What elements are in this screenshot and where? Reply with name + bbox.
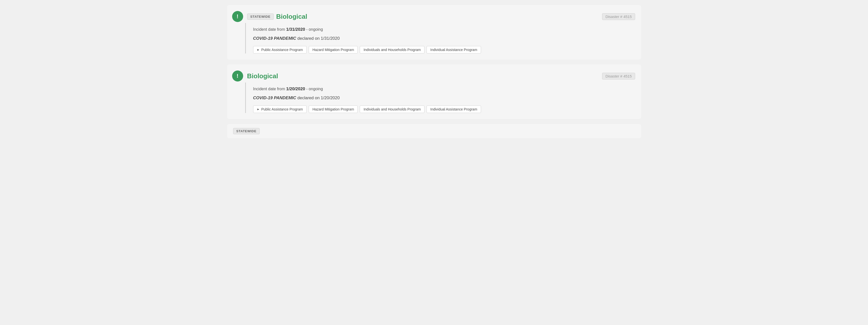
event-name-2: COVID-19 PANDEMIC declared on 1/20/2020 — [253, 96, 635, 100]
incident-date-value-1: 1/31/2020 — [286, 27, 305, 32]
exclamation-mark-2: ! — [237, 73, 238, 79]
card-body-inner-2: Incident date from 1/20/2020 - ongoing C… — [247, 87, 635, 113]
disaster-type-2: Biological — [247, 72, 278, 80]
program-label-individual-assistance-2: Individual Assistance Program — [430, 107, 477, 111]
disaster-number-2: Disaster # 4515 — [602, 73, 635, 79]
incident-date-prefix-1: Incident date from — [253, 27, 285, 32]
program-label-hazard-mitigation-1: Hazard Mitigation Program — [312, 48, 354, 52]
statewide-badge-1: STATEWIDE — [247, 13, 274, 20]
program-label-public-assistance-2: Public Assistance Program — [261, 107, 303, 111]
incident-date-value-2: 1/20/2020 — [286, 87, 305, 91]
incident-date-1: Incident date from 1/31/2020 - ongoing — [253, 27, 635, 32]
disaster-type-1: Biological — [276, 13, 307, 21]
disaster-card-2: ! Biological Disaster # 4515 Incident da… — [227, 65, 641, 119]
card-body-1: Incident date from 1/31/2020 - ongoing C… — [232, 26, 635, 54]
event-declared-prefix-text-2: declared on — [298, 96, 320, 100]
program-tag-public-assistance-1[interactable]: ► Public Assistance Program — [253, 46, 307, 54]
page-container: ! STATEWIDE Biological Disaster # 4515 I… — [217, 0, 651, 143]
program-label-public-assistance-1: Public Assistance Program — [261, 48, 303, 52]
program-tag-hazard-mitigation-1[interactable]: Hazard Mitigation Program — [309, 46, 358, 54]
card-header-2: ! Biological Disaster # 4515 — [232, 70, 635, 82]
program-tag-individuals-households-1[interactable]: Individuals and Households Program — [360, 46, 425, 54]
event-name-italic-1: COVID-19 PANDEMIC — [253, 36, 297, 41]
card-header-1: ! STATEWIDE Biological Disaster # 4515 — [232, 11, 635, 22]
program-tag-individual-assistance-2[interactable]: Individual Assistance Program — [427, 105, 481, 113]
program-tags-2: ► Public Assistance Program Hazard Mitig… — [253, 105, 635, 113]
partial-card: STATEWIDE — [227, 124, 641, 138]
partial-statewide-badge: STATEWIDE — [233, 128, 260, 134]
incident-date-suffix-1: - ongoing — [306, 27, 323, 32]
disaster-number-1: Disaster # 4515 — [602, 13, 635, 20]
incident-date-2: Incident date from 1/20/2020 - ongoing — [253, 87, 635, 92]
alert-icon-2: ! — [232, 70, 243, 82]
program-tag-hazard-mitigation-2[interactable]: Hazard Mitigation Program — [309, 105, 358, 113]
incident-date-prefix-2: Incident date from — [253, 87, 285, 91]
play-icon-1: ► — [257, 48, 260, 52]
event-declared-prefix-text-1: declared on — [298, 36, 320, 41]
program-tags-1: ► Public Assistance Program Hazard Mitig… — [253, 46, 635, 54]
program-label-individual-assistance-1: Individual Assistance Program — [430, 48, 477, 52]
card-header-left-1: ! STATEWIDE Biological — [232, 11, 307, 22]
disaster-card-1: ! STATEWIDE Biological Disaster # 4515 I… — [227, 5, 641, 60]
alert-icon-1: ! — [232, 11, 243, 22]
program-label-individuals-households-1: Individuals and Households Program — [364, 48, 421, 52]
incident-date-suffix-2: - ongoing — [306, 87, 323, 91]
left-border-line-1 — [245, 23, 246, 54]
program-tag-individuals-households-2[interactable]: Individuals and Households Program — [360, 105, 425, 113]
play-icon-2: ► — [257, 107, 260, 111]
program-tag-individual-assistance-1[interactable]: Individual Assistance Program — [427, 46, 481, 54]
event-name-1: COVID-19 PANDEMIC declared on 1/31/2020 — [253, 36, 635, 41]
program-label-individuals-households-2: Individuals and Households Program — [364, 107, 421, 111]
card-header-left-2: ! Biological — [232, 70, 278, 82]
event-declared-date-value-1: 1/31/2020 — [321, 36, 340, 41]
program-label-hazard-mitigation-2: Hazard Mitigation Program — [312, 107, 354, 111]
title-area-1: STATEWIDE Biological — [247, 13, 307, 21]
title-area-2: Biological — [247, 72, 278, 80]
event-name-italic-2: COVID-19 PANDEMIC — [253, 96, 297, 100]
card-body-inner-1: Incident date from 1/31/2020 - ongoing C… — [247, 27, 635, 54]
card-body-2: Incident date from 1/20/2020 - ongoing C… — [232, 86, 635, 113]
left-border-line-2 — [245, 83, 246, 113]
exclamation-mark-1: ! — [237, 14, 238, 19]
program-tag-public-assistance-2[interactable]: ► Public Assistance Program — [253, 105, 307, 113]
event-declared-date-value-2: 1/20/2020 — [321, 96, 340, 100]
